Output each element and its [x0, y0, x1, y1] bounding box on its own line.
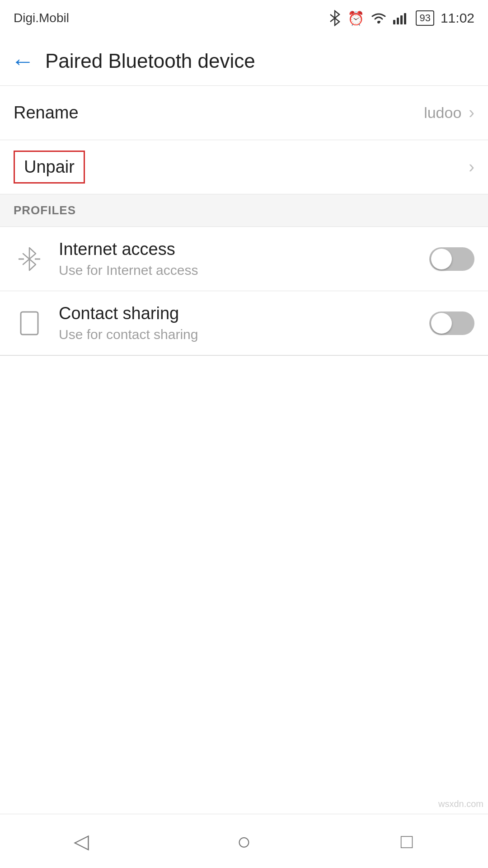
rename-item[interactable]: Rename ludoo › — [0, 86, 488, 140]
svg-point-0 — [377, 21, 380, 24]
nav-home-icon: ○ — [237, 828, 251, 855]
bluetooth-icon — [328, 10, 341, 26]
contact-sharing-toggle-knob — [431, 313, 452, 334]
nav-home-button[interactable]: ○ — [226, 823, 262, 859]
internet-access-subtitle: Use for Internet access — [59, 263, 416, 278]
wifi-icon — [371, 12, 387, 24]
unpair-label: Unpair — [24, 157, 75, 176]
toggle-knob — [431, 249, 452, 269]
contact-sharing-title: Contact sharing — [59, 304, 416, 323]
contact-sharing-icon — [14, 307, 45, 339]
nav-recent-icon: □ — [401, 830, 413, 853]
nav-back-icon: ◁ — [74, 830, 89, 853]
svg-rect-3 — [400, 15, 403, 24]
rename-chevron-icon: › — [469, 103, 474, 123]
profiles-section-header: PROFILES — [0, 194, 488, 227]
svg-rect-4 — [404, 13, 406, 24]
bluetooth-profile-icon — [14, 243, 45, 275]
profiles-header-label: PROFILES — [14, 203, 76, 217]
status-bar: Digi.Mobil ⏰ — [0, 0, 488, 36]
carrier-label: Digi.Mobil — [14, 11, 69, 25]
page-title: Paired Bluetooth device — [45, 50, 255, 72]
contact-sharing-subtitle: Use for contact sharing — [59, 327, 416, 342]
rename-right: ludoo › — [424, 103, 474, 123]
nav-back-button[interactable]: ◁ — [63, 823, 99, 859]
back-button[interactable]: ← — [11, 49, 34, 73]
contact-sharing-text: Contact sharing Use for contact sharing — [59, 304, 416, 342]
bottom-divider — [0, 355, 488, 356]
watermark: wsxdn.com — [438, 799, 483, 809]
svg-rect-2 — [397, 18, 399, 24]
bottom-nav: ◁ ○ □ — [0, 814, 488, 868]
battery-icon: 93 — [416, 10, 434, 26]
alarm-icon: ⏰ — [347, 10, 364, 26]
internet-access-text: Internet access Use for Internet access — [59, 240, 416, 278]
svg-rect-1 — [393, 20, 395, 24]
contact-sharing-toggle[interactable] — [429, 311, 474, 335]
nav-recent-button[interactable]: □ — [389, 823, 425, 859]
unpair-item[interactable]: Unpair › — [0, 140, 488, 194]
signal-icon — [393, 12, 409, 24]
internet-access-item[interactable]: Internet access Use for Internet access — [0, 227, 488, 291]
internet-access-toggle[interactable] — [429, 247, 474, 271]
unpair-chevron-icon: › — [469, 157, 474, 177]
app-bar: ← Paired Bluetooth device — [0, 36, 488, 86]
internet-access-title: Internet access — [59, 240, 416, 259]
time-label: 11:02 — [441, 10, 474, 26]
contact-sharing-item[interactable]: Contact sharing Use for contact sharing — [0, 291, 488, 355]
rename-value: ludoo — [424, 104, 461, 122]
status-icons: ⏰ 93 11:02 — [328, 10, 474, 26]
rename-label: Rename — [14, 103, 79, 123]
unpair-highlight: Unpair — [14, 151, 85, 184]
svg-rect-7 — [21, 312, 38, 335]
